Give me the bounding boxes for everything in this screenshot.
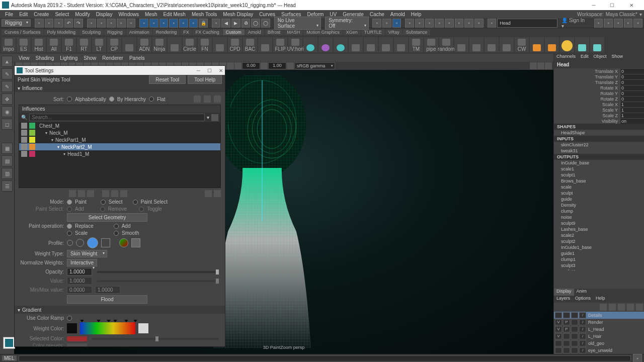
shelf-icon[interactable]: Circle xyxy=(183,37,197,52)
lock-icon[interactable]: 🔒 xyxy=(199,19,208,28)
render-icon[interactable]: ▫ xyxy=(405,19,414,28)
profile-2[interactable] xyxy=(76,239,84,247)
layout-icon-2[interactable]: ▤ xyxy=(2,155,13,166)
output-item[interactable]: clump1 xyxy=(554,256,644,262)
influence-search[interactable] xyxy=(29,114,205,121)
output-item[interactable]: sculpt2 xyxy=(554,238,644,244)
use-color-ramp-checkbox[interactable] xyxy=(67,316,72,321)
layout-icon-3[interactable]: ▥ xyxy=(2,168,13,179)
paint-icon[interactable]: ▫ xyxy=(107,19,116,28)
shelf-tab[interactable]: Sculpting xyxy=(79,29,104,35)
snap-live-icon[interactable]: ▫ xyxy=(179,19,188,28)
anim-tab[interactable]: Anim xyxy=(574,289,590,296)
select-geometry-button[interactable]: Select Geometry xyxy=(67,213,147,222)
input-item[interactable]: skinCluster22 xyxy=(554,142,644,148)
vp-right-icon[interactable] xyxy=(537,62,544,69)
shelf-icon[interactable] xyxy=(122,37,136,52)
shelf-icon[interactable] xyxy=(364,37,378,52)
time-start[interactable]: 0.00 xyxy=(242,62,260,69)
output-item[interactable]: Density xyxy=(554,202,644,208)
rotate-icon[interactable]: ▫ xyxy=(127,19,136,28)
tool-settings-titlebar[interactable]: Tool Settings ─ ☐ ✕ xyxy=(15,66,225,75)
output-item[interactable]: sculpt xyxy=(554,190,644,196)
op-scale-radio[interactable] xyxy=(67,231,72,236)
mode-paint-radio[interactable] xyxy=(67,200,72,205)
profile-browse[interactable] xyxy=(131,238,140,247)
influence-item[interactable]: ▾Neck_M xyxy=(19,129,220,136)
influence-section-header[interactable]: ▾ Influence xyxy=(15,84,225,92)
render7-icon[interactable]: ▫ xyxy=(464,19,473,28)
search-field[interactable] xyxy=(497,19,557,28)
influence-item[interactable]: ▾Head1_M xyxy=(19,150,220,157)
new-scene-icon[interactable]: ▫ xyxy=(35,19,44,28)
influence-item[interactable]: ▾NeckPart1_M xyxy=(19,136,220,143)
tool-help-button[interactable]: Tool Help xyxy=(188,75,222,84)
shelf-icon[interactable]: CP xyxy=(107,37,121,52)
ts-maximize-icon[interactable]: ☐ xyxy=(207,68,212,73)
vp-right-icon[interactable] xyxy=(545,62,552,69)
viewport-menu[interactable]: Lighting xyxy=(57,55,80,61)
shelf-tab[interactable]: Curves / Surfaces xyxy=(2,29,44,35)
viewport-menu[interactable]: Shading xyxy=(33,55,57,61)
shelf-tab[interactable]: FX Caching xyxy=(193,29,222,35)
input-item[interactable]: tweak31 xyxy=(554,148,644,154)
shelf-icon[interactable] xyxy=(454,37,468,52)
shelf-icon[interactable] xyxy=(213,37,227,52)
rotate-tool-icon[interactable]: ◉ xyxy=(2,106,13,117)
select-icon[interactable]: ▫ xyxy=(87,19,96,28)
layout-icon-1[interactable]: ▦ xyxy=(2,143,13,154)
menu-edit-mesh[interactable]: Edit Mesh xyxy=(160,12,188,17)
menu-mesh-display[interactable]: Mesh Display xyxy=(220,12,256,17)
scale-tool-icon[interactable]: ◻ xyxy=(2,119,13,130)
output-item[interactable]: InGuide1_base xyxy=(554,244,644,250)
output-item[interactable]: clump xyxy=(554,208,644,214)
lock-icon[interactable] xyxy=(21,123,27,129)
arrow-l-icon[interactable]: ◀ xyxy=(221,19,230,28)
shelf-icon[interactable]: RT xyxy=(77,37,91,52)
shelf-icon[interactable]: impo xyxy=(2,37,16,52)
shelf-icon[interactable] xyxy=(168,37,182,52)
shelf-tab[interactable]: Bifrost xyxy=(265,29,284,35)
shelf-icon[interactable]: FLIP xyxy=(273,37,287,52)
lock-icon[interactable] xyxy=(21,137,27,143)
shelf-tab[interactable]: MASH xyxy=(284,29,303,35)
layer-row[interactable]: VP/L_Head xyxy=(554,326,644,333)
gradient-section-header[interactable]: ▾ Gradient xyxy=(15,306,225,314)
menu-display[interactable]: Display xyxy=(93,12,116,17)
layer-icon[interactable] xyxy=(600,304,607,311)
output-item[interactable]: InGuide_base xyxy=(554,160,644,166)
channel-box-tab[interactable]: Show xyxy=(609,54,626,61)
shelf-icon[interactable] xyxy=(334,37,348,52)
layer-row[interactable]: V/L_Hair xyxy=(554,333,644,340)
snap-plane-icon[interactable]: ▫ xyxy=(169,19,178,28)
inf-tool-icon[interactable] xyxy=(120,190,127,197)
attr-row[interactable]: Rotate X0 xyxy=(554,85,644,90)
render3-icon[interactable]: ▫ xyxy=(425,19,434,28)
mel-label[interactable]: MEL xyxy=(2,355,17,361)
shelf-icon[interactable] xyxy=(349,37,363,52)
attr-row[interactable]: Translate Z0 xyxy=(554,79,644,85)
layers-menu-item[interactable]: Options xyxy=(573,296,593,303)
shelf-icon[interactable] xyxy=(318,37,333,52)
shelf-icon[interactable]: LT xyxy=(92,37,106,52)
lock-icon[interactable] xyxy=(21,130,27,136)
weight-type-dropdown[interactable]: Skin Weight xyxy=(67,250,107,257)
color-space-dropdown[interactable]: sRGB gamma xyxy=(294,62,335,69)
shelf-tab[interactable]: XGen xyxy=(343,29,361,35)
lasso-icon[interactable]: ▫ xyxy=(97,19,106,28)
shelf-icon[interactable] xyxy=(500,37,514,52)
ts-close-icon[interactable]: ✕ xyxy=(219,68,223,73)
channel-box-tab[interactable]: Edit xyxy=(578,54,591,61)
menu-mesh[interactable]: Mesh xyxy=(142,12,160,17)
inf-tool-icon[interactable] xyxy=(205,190,212,197)
layer-row[interactable]: /eye_unweld xyxy=(554,347,644,354)
layer-icon[interactable] xyxy=(636,304,643,311)
shelf-icon[interactable] xyxy=(469,37,484,52)
vp-icon[interactable] xyxy=(287,62,294,69)
shelf-icon[interactable] xyxy=(560,37,574,52)
lock-icon[interactable] xyxy=(21,151,27,157)
snap-curve-icon[interactable]: ▫ xyxy=(149,19,158,28)
shelf-icon[interactable] xyxy=(379,37,393,52)
layers-menu-item[interactable]: Help xyxy=(593,296,608,303)
viewport-menu[interactable]: Panels xyxy=(127,55,147,61)
